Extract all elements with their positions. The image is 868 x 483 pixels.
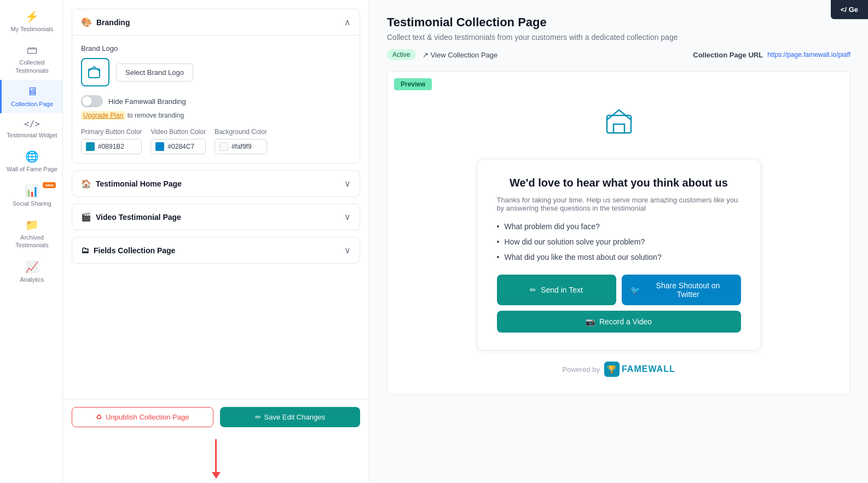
arrow-head: [212, 472, 221, 479]
sidebar-item-wall-of-fame[interactable]: 🌐 Wall of Fame Page: [0, 144, 62, 178]
action-row-bottom: 📷 Record a Video: [497, 311, 741, 333]
sidebar: ⚡ My Testimonials 🗃 Collected Testimonia…: [0, 0, 63, 483]
branding-content: Brand Logo Select Brand Logo Hide Famewa…: [72, 35, 360, 163]
upgrade-row: Upgrade Plan to remove branding: [81, 112, 351, 119]
testimonial-home-label: 🏠 Testimonial Home Page: [81, 179, 182, 189]
unpublish-icon: ♻: [96, 413, 102, 421]
preview-label: Preview: [394, 78, 432, 90]
brand-logo-label: Brand Logo: [81, 44, 351, 53]
video-chevron-down-icon: ∨: [344, 212, 351, 222]
video-color-value: #0284C7: [167, 143, 194, 150]
pencil-icon: ✏: [530, 286, 536, 294]
top-bar: Active ↗ View Collection Page Collection…: [387, 49, 850, 60]
famewall-logo: 🏆 FAMEWALL: [604, 362, 675, 377]
arrow-line: [215, 439, 217, 472]
primary-color-swatch[interactable]: #0891B2: [81, 139, 142, 154]
bullet-item-3: What did you like the most about our sol…: [497, 253, 741, 261]
box-icon: [601, 103, 636, 146]
sidebar-item-testimonial-widget[interactable]: </> Testimonial Widget: [0, 113, 62, 144]
bullet-item-2: How did our solution solve your problem?: [497, 237, 741, 246]
powered-by: Powered by 🏆 FAMEWALL: [562, 362, 675, 377]
social-icon: 📊: [25, 184, 39, 197]
fields-icon: 🗂: [81, 246, 89, 255]
primary-color-field: Primary Button Color #0891B2: [81, 128, 142, 154]
colors-row: Primary Button Color #0891B2 Video Butto…: [81, 128, 351, 154]
middle-panel: 🎨 Branding ∧ Brand Logo Select Brand Log…: [63, 0, 369, 483]
share-shoutout-button[interactable]: 🐦 Share Shoutout on Twitter: [622, 275, 741, 305]
video-swatch-color: [155, 142, 164, 151]
card-subtitle: Thanks for taking your time. Help us ser…: [497, 196, 741, 212]
video-color-swatch[interactable]: #0284C7: [151, 139, 206, 154]
collection-page-icon: 🖥: [27, 85, 38, 98]
sidebar-item-collected-testimonials[interactable]: 🗃 Collected Testimonials: [0, 38, 62, 80]
video-color-label: Video Button Color: [151, 128, 206, 136]
upgrade-plan-link[interactable]: Upgrade Plan: [81, 111, 125, 120]
save-edit-changes-button[interactable]: ✏ Save Edit Changes: [220, 407, 361, 427]
video-testimonial-label: 🎬 Video Testimonial Page: [81, 212, 181, 222]
sidebar-item-collection-page[interactable]: 🖥 Collection Page: [0, 80, 62, 113]
branding-section-icon: 🎨: [81, 17, 92, 27]
home-icon: 🏠: [81, 179, 91, 189]
video-testimonial-section[interactable]: 🎬 Video Testimonial Page ∨: [72, 203, 360, 230]
page-subtitle: Collect text & video testimonials from y…: [387, 33, 850, 42]
embed-button[interactable]: </ Ge: [831, 0, 868, 19]
brand-logo-row: Select Brand Logo: [81, 58, 351, 86]
right-panel: </ Ge Testimonial Collection Page Collec…: [369, 0, 868, 483]
action-buttons: ✏ Send in Text 🐦 Share Shoutout on Twitt…: [497, 275, 741, 333]
send-in-text-button[interactable]: ✏ Send in Text: [497, 275, 616, 305]
record-video-button[interactable]: 📷 Record a Video: [497, 311, 741, 333]
new-badge: new: [43, 182, 56, 188]
upgrade-text: to remove branding: [128, 112, 184, 119]
fields-collection-label: 🗂 Fields Collection Page: [81, 246, 175, 255]
card-title: We'd love to hear what you think about u…: [497, 177, 741, 189]
view-collection-page-link[interactable]: ↗ View Collection Page: [423, 51, 498, 59]
branding-header[interactable]: 🎨 Branding ∧: [72, 9, 360, 35]
archive-icon: 📁: [25, 218, 39, 231]
primary-swatch-color: [86, 142, 95, 151]
middle-scroll: 🎨 Branding ∧ Brand Logo Select Brand Log…: [63, 0, 369, 399]
status-badge: Active: [387, 49, 416, 60]
url-value: https://page.famewall.io/piaff: [767, 51, 850, 59]
url-label: Collection Page URL: [693, 51, 763, 59]
primary-color-value: #0891B2: [98, 143, 124, 150]
home-chevron-down-icon: ∨: [344, 178, 351, 189]
action-row-top: ✏ Send in Text 🐦 Share Shoutout on Twitt…: [497, 275, 741, 305]
background-color-swatch[interactable]: #faf9f9: [215, 139, 267, 154]
collected-icon: 🗃: [27, 44, 38, 56]
preview-container: Preview We'd love to hear what you think…: [387, 71, 850, 395]
testimonial-card: We'd love to hear what you think about u…: [477, 159, 761, 351]
lightning-icon: ⚡: [25, 10, 39, 23]
branding-section: 🎨 Branding ∧ Brand Logo Select Brand Log…: [72, 9, 360, 164]
sidebar-item-my-testimonials[interactable]: ⚡ My Testimonials: [0, 4, 62, 38]
branding-chevron-up-icon: ∧: [344, 17, 351, 27]
video-color-field: Video Button Color #0284C7: [151, 128, 206, 154]
unpublish-collection-page-button[interactable]: ♻ Unpublish Collection Page: [72, 407, 213, 427]
branding-title: Branding: [96, 18, 130, 27]
branding-header-left: 🎨 Branding: [81, 17, 130, 27]
fields-collection-section[interactable]: 🗂 Fields Collection Page ∨: [72, 237, 360, 264]
red-arrow: [212, 439, 221, 479]
sidebar-item-analytics[interactable]: 📈 Analytics: [0, 255, 62, 289]
primary-color-label: Primary Button Color: [81, 128, 142, 136]
external-link-icon: ↗: [423, 51, 429, 59]
logo-placeholder: [81, 58, 109, 86]
top-bar-right: Collection Page URL https://page.famewal…: [693, 51, 850, 59]
sidebar-item-social-sharing[interactable]: new 📊 Social Sharing: [0, 179, 62, 213]
select-brand-logo-button[interactable]: Select Brand Logo: [116, 63, 193, 82]
famewall-icon: 🏆: [604, 362, 620, 377]
video-camera-icon: 📷: [586, 317, 595, 326]
top-bar-left: Active ↗ View Collection Page: [387, 49, 497, 60]
arrow-container: [63, 435, 369, 483]
hide-branding-label: Hide Famewall Branding: [108, 97, 186, 106]
page-title: Testimonial Collection Page: [387, 15, 850, 30]
bottom-buttons: ♻ Unpublish Collection Page ✏ Save Edit …: [63, 399, 369, 435]
globe-icon: 🌐: [25, 150, 39, 163]
hide-branding-toggle[interactable]: [81, 95, 103, 107]
twitter-icon: 🐦: [630, 286, 640, 294]
background-color-value: #faf9f9: [232, 143, 252, 150]
testimonial-home-section[interactable]: 🏠 Testimonial Home Page ∨: [72, 170, 360, 197]
hide-branding-row: Hide Famewall Branding: [81, 95, 351, 107]
background-color-field: Background Color #faf9f9: [215, 128, 267, 154]
analytics-icon: 📈: [25, 260, 39, 273]
sidebar-item-archived-testimonials[interactable]: 📁 Archived Testimonials: [0, 213, 62, 255]
